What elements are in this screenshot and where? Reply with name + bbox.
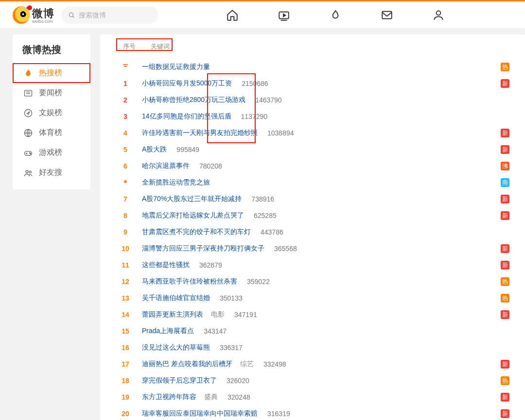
page: 微博热搜 热搜榜 要闻榜 文娱榜 体育榜 游戏榜 好友搜 序号 关键词 xyxy=(0,29,525,420)
rank-cell: 4 xyxy=(116,129,135,137)
badge-biz: 商 xyxy=(501,178,509,187)
sidebar-item-label: 体育榜 xyxy=(39,128,62,138)
keyword-link[interactable]: 14亿多同胞是你们的坚强后盾 xyxy=(142,112,231,121)
badge-new: 新 xyxy=(501,79,509,88)
svg-point-5 xyxy=(437,11,441,15)
mail-icon[interactable] xyxy=(381,9,393,21)
keyword-link[interactable]: 小杨哥称曾拒绝2800万玩三场游戏 xyxy=(142,96,245,104)
profile-icon[interactable] xyxy=(432,9,445,21)
svg-rect-18 xyxy=(123,64,127,65)
table-row: 16没见过这么大的草莓熊336317 xyxy=(115,339,510,356)
count-value: 365568 xyxy=(274,245,297,252)
sidebar-item-game[interactable]: 游戏榜 xyxy=(13,143,90,163)
search-icon xyxy=(68,11,75,19)
rank-cell xyxy=(116,63,135,71)
weibo-logo[interactable]: 微博 weibo.com xyxy=(13,6,54,24)
badge-new: 新 xyxy=(501,195,509,203)
keyword-link[interactable]: 东方卫视跨年阵容 xyxy=(142,393,196,402)
sidebar-item-sport[interactable]: 体育榜 xyxy=(13,123,90,143)
rank-cell: 18 xyxy=(116,377,135,385)
compass-icon xyxy=(23,108,33,118)
logo-subtext: weibo.com xyxy=(32,19,54,24)
table-row: 14蕾园弄更新主演列表电影347191新 xyxy=(115,306,510,323)
sidebar-item-label: 要闻榜 xyxy=(39,88,62,98)
svg-point-9 xyxy=(25,109,32,117)
pin-top-icon xyxy=(122,63,129,70)
keyword-link[interactable]: Prada上海展看点 xyxy=(142,327,194,336)
table-row: 5A股大跌995849新 xyxy=(115,141,510,158)
keyword-link[interactable]: 甘肃震区煮不完的饺子和不灭的车灯 xyxy=(142,228,251,236)
rank-cell: 7 xyxy=(116,195,135,203)
keyword-link[interactable]: 小杨哥回应每月发5000万工资 xyxy=(142,79,232,88)
promo-dot-icon: • xyxy=(123,176,127,187)
keyword-link[interactable]: 穿完假领子后忘穿卫衣了 xyxy=(142,376,217,385)
sidebar-item-friend[interactable]: 好友搜 xyxy=(13,163,90,183)
count-value: 625285 xyxy=(254,212,277,219)
badge-hot: 热 xyxy=(501,277,509,286)
badge-new: 新 xyxy=(501,244,509,253)
table-header: 序号 关键词 xyxy=(115,39,510,59)
sidebar-item-label: 游戏榜 xyxy=(39,148,62,158)
rank-cell: 9 xyxy=(116,228,135,236)
keyword-link[interactable]: 迪丽热巴 差点咬着我的后槽牙 xyxy=(142,360,232,369)
table-row: 10淄博警方回应三男子深夜持刀殴打俩女子365568新 xyxy=(115,240,510,257)
rank-cell: 1 xyxy=(116,80,135,87)
sidebar-title: 微博热搜 xyxy=(13,43,90,63)
search-box[interactable] xyxy=(61,6,158,24)
sidebar: 微博热搜 热搜榜 要闻榜 文娱榜 体育榜 游戏榜 好友搜 xyxy=(13,34,90,189)
keyword-link[interactable]: 许佳玲遇害前一天刚与男友拍完婚纱照 xyxy=(142,129,258,137)
search-input[interactable] xyxy=(79,11,152,19)
keyword-link[interactable]: 淄博警方回应三男子深夜持刀殴打俩女子 xyxy=(142,244,264,253)
table-row: 2小杨哥称曾拒绝2800万玩三场游戏1463790 xyxy=(115,92,510,108)
table-row: 12马来西亚歌手许佳玲被粉丝杀害359022热 xyxy=(115,273,510,290)
count-value: 362879 xyxy=(199,261,222,269)
rank-cell: 15 xyxy=(116,327,135,335)
table-row: •全新揽胜运动雪竞之旅商 xyxy=(115,174,510,191)
table-row: 1小杨哥回应每月发5000万工资2150686新 xyxy=(115,75,510,92)
ball-icon xyxy=(23,128,33,138)
rank-cell: 11 xyxy=(116,261,135,269)
badge-new: 新 xyxy=(501,145,509,154)
count-value: 316319 xyxy=(267,410,290,418)
keyword-link[interactable]: 一组数据见证救援力量 xyxy=(142,63,210,71)
keyword-link[interactable]: 这些都是性骚扰 xyxy=(142,261,190,269)
table-row: 13吴千语施伯雄官宣结婚350133热 xyxy=(115,290,510,306)
hot-icon[interactable] xyxy=(329,9,342,21)
badge-new: 新 xyxy=(501,310,509,319)
weibo-logo-icon xyxy=(13,6,30,24)
topbar: 微博 weibo.com xyxy=(0,1,525,29)
keyword-link[interactable]: A股大跌 xyxy=(142,145,167,154)
category-label: 电影 xyxy=(211,310,225,319)
sidebar-item-ent[interactable]: 文娱榜 xyxy=(13,103,90,123)
sidebar-item-hot[interactable]: 热搜榜 xyxy=(13,63,90,83)
table-row: 18穿完假领子后忘穿卫衣了326020热 xyxy=(115,372,510,389)
keyword-link[interactable]: 地震后父亲打给远嫁女儿差点哭了 xyxy=(142,211,244,220)
keyword-link[interactable]: A股70%大股东过三年就开始减持 xyxy=(142,195,242,203)
keyword-link[interactable]: 哈尔滨退票事件 xyxy=(142,162,190,170)
hot-search-table: 序号 关键词 一组数据见证救援力量热1小杨哥回应每月发5000万工资215068… xyxy=(100,34,525,420)
people-icon xyxy=(23,168,33,178)
home-icon[interactable] xyxy=(226,9,239,21)
badge-hot: 热 xyxy=(501,63,509,71)
table-row: 314亿多同胞是你们的坚强后盾1137290 xyxy=(115,108,510,125)
keyword-link[interactable]: 没见过这么大的草莓熊 xyxy=(142,343,210,352)
count-value: 336317 xyxy=(220,344,243,352)
count-value: 343147 xyxy=(204,327,227,335)
keyword-link[interactable]: 全新揽胜运动雪竞之旅 xyxy=(142,178,210,187)
table-row: 8地震后父亲打给远嫁女儿差点哭了625285新 xyxy=(115,207,510,224)
keyword-link[interactable]: 马来西亚歌手许佳玲被粉丝杀害 xyxy=(142,277,237,286)
count-value: 326020 xyxy=(227,377,249,385)
video-icon[interactable] xyxy=(278,9,290,21)
keyword-link[interactable]: 瑞幸客服回应泰国瑞幸向中国瑞幸索赔 xyxy=(142,409,258,418)
count-value: 443786 xyxy=(261,228,283,236)
svg-point-16 xyxy=(26,170,28,173)
svg-rect-6 xyxy=(25,90,32,96)
rank-cell: 8 xyxy=(116,212,135,219)
keyword-link[interactable]: 吴千语施伯雄官宣结婚 xyxy=(142,294,210,302)
table-row: 一组数据见证救援力量热 xyxy=(115,59,510,75)
rank-cell: 17 xyxy=(116,360,135,368)
table-row: 15Prada上海展看点343147 xyxy=(115,323,510,339)
rank-cell: 3 xyxy=(116,113,135,120)
sidebar-item-news[interactable]: 要闻榜 xyxy=(13,83,90,103)
keyword-link[interactable]: 蕾园弄更新主演列表 xyxy=(142,310,203,319)
